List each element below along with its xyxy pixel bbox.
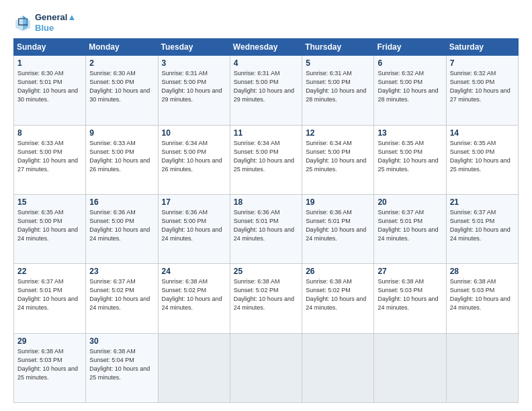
calendar-header-row: SundayMondayTuesdayWednesdayThursdayFrid… [14,39,519,56]
day-info: Sunrise: 6:37 AMSunset: 5:01 PMDaylight:… [17,277,82,312]
logo-text: General▲ Blue [35,12,76,33]
calendar-cell: 26Sunrise: 6:38 AMSunset: 5:02 PMDayligh… [302,264,374,333]
column-header-sunday: Sunday [14,39,86,56]
calendar-cell: 24Sunrise: 6:38 AMSunset: 5:02 PMDayligh… [158,264,230,333]
day-info: Sunrise: 6:36 AMSunset: 5:01 PMDaylight:… [234,208,298,243]
day-number: 19 [306,197,370,207]
column-header-friday: Friday [374,39,446,56]
day-info: Sunrise: 6:37 AMSunset: 5:01 PMDaylight:… [378,208,442,243]
column-header-wednesday: Wednesday [230,39,302,56]
day-info: Sunrise: 6:35 AMSunset: 5:00 PMDaylight:… [450,139,515,174]
day-number: 9 [89,128,154,138]
calendar-cell: 8Sunrise: 6:33 AMSunset: 5:00 PMDaylight… [14,125,86,194]
calendar-cell: 22Sunrise: 6:37 AMSunset: 5:01 PMDayligh… [14,264,86,333]
calendar-table: SundayMondayTuesdayWednesdayThursdayFrid… [13,38,519,403]
day-info: Sunrise: 6:38 AMSunset: 5:03 PMDaylight:… [450,277,515,312]
day-info: Sunrise: 6:33 AMSunset: 5:00 PMDaylight:… [17,139,82,174]
day-number: 4 [234,58,298,68]
day-number: 11 [234,128,298,138]
day-number: 12 [306,128,370,138]
calendar-cell: 30Sunrise: 6:38 AMSunset: 5:04 PMDayligh… [86,333,158,402]
day-number: 28 [450,267,515,276]
day-number: 20 [378,197,442,207]
day-info: Sunrise: 6:38 AMSunset: 5:02 PMDaylight:… [162,277,226,312]
logo-icon [13,13,32,32]
day-info: Sunrise: 6:37 AMSunset: 5:01 PMDaylight:… [450,208,515,243]
calendar-cell: 18Sunrise: 6:36 AMSunset: 5:01 PMDayligh… [230,194,302,263]
day-info: Sunrise: 6:30 AMSunset: 5:00 PMDaylight:… [89,69,154,104]
day-info: Sunrise: 6:38 AMSunset: 5:03 PMDaylight:… [378,277,442,312]
column-header-saturday: Saturday [446,39,518,56]
day-info: Sunrise: 6:38 AMSunset: 5:04 PMDaylight:… [89,347,154,382]
calendar-cell: 6Sunrise: 6:32 AMSunset: 5:00 PMDaylight… [374,56,446,125]
day-info: Sunrise: 6:30 AMSunset: 5:01 PMDaylight:… [17,69,82,104]
column-header-thursday: Thursday [302,39,374,56]
day-info: Sunrise: 6:34 AMSunset: 5:00 PMDaylight:… [306,139,370,174]
calendar-cell: 25Sunrise: 6:38 AMSunset: 5:02 PMDayligh… [230,264,302,333]
day-number: 2 [89,58,154,68]
page: General▲ Blue SundayMondayTuesdayWednesd… [0,0,532,411]
day-info: Sunrise: 6:35 AMSunset: 5:00 PMDaylight:… [378,139,442,174]
header: General▲ Blue [13,12,519,33]
calendar-week-2: 8Sunrise: 6:33 AMSunset: 5:00 PMDaylight… [14,125,519,194]
calendar-cell: 10Sunrise: 6:34 AMSunset: 5:00 PMDayligh… [158,125,230,194]
day-number: 10 [162,128,226,138]
calendar-cell: 28Sunrise: 6:38 AMSunset: 5:03 PMDayligh… [446,264,518,333]
day-number: 5 [306,58,370,68]
calendar-cell: 27Sunrise: 6:38 AMSunset: 5:03 PMDayligh… [374,264,446,333]
day-number: 8 [17,128,82,138]
calendar-week-4: 22Sunrise: 6:37 AMSunset: 5:01 PMDayligh… [14,264,519,333]
calendar-cell [230,333,302,402]
calendar-cell: 19Sunrise: 6:36 AMSunset: 5:01 PMDayligh… [302,194,374,263]
day-info: Sunrise: 6:33 AMSunset: 5:00 PMDaylight:… [89,139,154,174]
calendar-cell [158,333,230,402]
day-number: 3 [162,58,226,68]
day-info: Sunrise: 6:36 AMSunset: 5:00 PMDaylight:… [89,208,154,243]
calendar-cell: 13Sunrise: 6:35 AMSunset: 5:00 PMDayligh… [374,125,446,194]
calendar-cell [446,333,518,402]
calendar-cell: 17Sunrise: 6:36 AMSunset: 5:00 PMDayligh… [158,194,230,263]
day-info: Sunrise: 6:35 AMSunset: 5:00 PMDaylight:… [17,208,82,243]
day-info: Sunrise: 6:31 AMSunset: 5:00 PMDaylight:… [306,69,370,104]
calendar-cell: 3Sunrise: 6:31 AMSunset: 5:00 PMDaylight… [158,56,230,125]
calendar-week-5: 29Sunrise: 6:38 AMSunset: 5:03 PMDayligh… [14,333,519,402]
day-number: 24 [162,267,226,276]
day-number: 1 [17,58,82,68]
day-info: Sunrise: 6:32 AMSunset: 5:00 PMDaylight:… [378,69,442,104]
calendar-cell: 20Sunrise: 6:37 AMSunset: 5:01 PMDayligh… [374,194,446,263]
calendar-cell: 14Sunrise: 6:35 AMSunset: 5:00 PMDayligh… [446,125,518,194]
column-header-monday: Monday [86,39,158,56]
day-number: 16 [89,197,154,207]
day-info: Sunrise: 6:31 AMSunset: 5:00 PMDaylight:… [162,69,226,104]
day-info: Sunrise: 6:38 AMSunset: 5:03 PMDaylight:… [17,347,82,382]
day-number: 7 [450,58,515,68]
calendar-cell [374,333,446,402]
day-number: 25 [234,267,298,276]
calendar-week-1: 1Sunrise: 6:30 AMSunset: 5:01 PMDaylight… [14,56,519,125]
day-info: Sunrise: 6:34 AMSunset: 5:00 PMDaylight:… [234,139,298,174]
calendar-cell: 23Sunrise: 6:37 AMSunset: 5:02 PMDayligh… [86,264,158,333]
day-number: 15 [17,197,82,207]
day-number: 27 [378,267,442,276]
calendar-cell: 15Sunrise: 6:35 AMSunset: 5:00 PMDayligh… [14,194,86,263]
day-info: Sunrise: 6:38 AMSunset: 5:02 PMDaylight:… [234,277,298,312]
calendar-cell: 7Sunrise: 6:32 AMSunset: 5:00 PMDaylight… [446,56,518,125]
calendar-cell: 16Sunrise: 6:36 AMSunset: 5:00 PMDayligh… [86,194,158,263]
day-number: 17 [162,197,226,207]
calendar-cell: 21Sunrise: 6:37 AMSunset: 5:01 PMDayligh… [446,194,518,263]
day-info: Sunrise: 6:34 AMSunset: 5:00 PMDaylight:… [162,139,226,174]
day-number: 22 [17,267,82,276]
column-header-tuesday: Tuesday [158,39,230,56]
day-info: Sunrise: 6:37 AMSunset: 5:02 PMDaylight:… [89,277,154,312]
calendar-cell: 9Sunrise: 6:33 AMSunset: 5:00 PMDaylight… [86,125,158,194]
day-info: Sunrise: 6:36 AMSunset: 5:00 PMDaylight:… [162,208,226,243]
day-number: 21 [450,197,515,207]
day-number: 23 [89,267,154,276]
day-number: 13 [378,128,442,138]
day-number: 18 [234,197,298,207]
day-number: 29 [17,336,82,346]
calendar-week-3: 15Sunrise: 6:35 AMSunset: 5:00 PMDayligh… [14,194,519,263]
calendar-cell: 4Sunrise: 6:31 AMSunset: 5:00 PMDaylight… [230,56,302,125]
calendar-cell: 11Sunrise: 6:34 AMSunset: 5:00 PMDayligh… [230,125,302,194]
calendar-cell [302,333,374,402]
